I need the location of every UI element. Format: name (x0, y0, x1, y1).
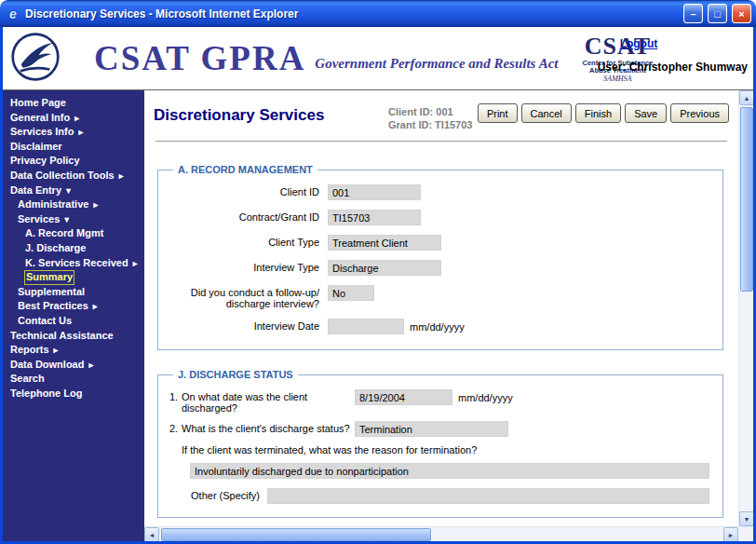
date-format-hint: mm/dd/yyyy (410, 319, 465, 333)
hhs-logo-icon (10, 32, 61, 86)
field-label: Interview Date (169, 319, 328, 332)
user-label: User: Christopher Shumway (598, 61, 748, 74)
field-row-followup-interview: Did you conduct a follow-up/ discharge i… (169, 285, 711, 309)
vertical-scroll-thumb[interactable] (740, 107, 753, 292)
minimize-button[interactable]: – (683, 4, 703, 23)
section-a-legend: A. RECORD MANAGEMENT (173, 164, 317, 175)
horizontal-scroll-track[interactable] (159, 527, 723, 541)
submenu-arrow-icon: ► (91, 200, 100, 210)
sidebar-item-telephone-log[interactable]: Telephone Log (3, 388, 144, 402)
grant-id-text: Grant ID: TI15703 (388, 118, 472, 131)
sidebar-item-data-download[interactable]: Data Download► (3, 359, 144, 374)
vertical-scroll-track[interactable] (739, 105, 753, 511)
brand-tagline: Government Performance and Results Act (315, 56, 558, 72)
brand-title: CSAT GPRA (94, 41, 305, 76)
question-number: 1. (169, 389, 182, 402)
window-title: Discretionary Services - Microsoft Inter… (25, 7, 679, 20)
sidebar-item-best-practices[interactable]: Best Practices► (3, 300, 144, 315)
logout-link[interactable]: Logout (620, 37, 658, 50)
section-j-legend: J. DISCHARGE STATUS (173, 369, 298, 380)
horizontal-scroll-thumb[interactable] (161, 528, 431, 541)
other-specify-row: Other (Specify) (182, 488, 709, 504)
csat-logo-samhsa: SAMHSA (582, 75, 653, 83)
section-discharge-status: J. DISCHARGE STATUS 1. On what date was … (157, 369, 723, 518)
window-titlebar[interactable]: e Discretionary Services - Microsoft Int… (0, 0, 756, 27)
interview-date-field (328, 319, 404, 334)
sidebar-item-discharge[interactable]: J. Discharge (3, 242, 144, 257)
other-specify-label: Other (Specify) (182, 488, 267, 504)
submenu-arrow-icon: ► (91, 302, 100, 311)
horizontal-scrollbar[interactable]: ◄ ► (144, 526, 753, 541)
client-type-field: Treatment Client (328, 235, 441, 251)
app-header: CSAT GPRA Government Performance and Res… (3, 27, 753, 90)
page-head: Discretionary Services Client ID: 001 Gr… (154, 102, 729, 131)
finish-button[interactable]: Finish (575, 103, 621, 123)
scroll-up-button[interactable]: ▲ (739, 90, 754, 105)
header-user-block: Logout User: Christopher Shumway (598, 34, 748, 74)
discharge-date-field: 8/19/2004 (355, 389, 452, 405)
submenu-open-arrow-icon: ▼ (64, 186, 73, 196)
date-format-hint: mm/dd/yyyy (458, 389, 513, 403)
sidebar-item-contact-us[interactable]: Contact Us (3, 315, 144, 330)
client-id-text: Client ID: 001 (388, 105, 472, 118)
sidebar-item-administrative[interactable]: Administrative► (3, 198, 144, 213)
sidebar-item-summary[interactable]: Summary (3, 271, 144, 286)
sidebar-nav: Home Page General Info► Services Info► D… (3, 90, 144, 541)
submenu-arrow-icon: ► (73, 114, 81, 123)
sidebar-item-services-info[interactable]: Services Info► (3, 126, 144, 141)
internet-explorer-icon: e (6, 7, 20, 21)
submenu-arrow-icon: ► (131, 259, 140, 268)
sidebar-item-privacy-policy[interactable]: Privacy Policy (3, 155, 144, 170)
question-discharge-status: 2. What is the client's discharge status… (169, 421, 711, 437)
client-id-field: 001 (328, 184, 421, 200)
sidebar-item-technical-assistance[interactable]: Technical Assistance (3, 330, 144, 345)
main-content: Discretionary Services Client ID: 001 Gr… (144, 90, 738, 526)
field-label: Did you conduct a follow-up/ discharge i… (169, 285, 328, 309)
sidebar-item-disclaimer[interactable]: Disclaimer (3, 141, 144, 156)
scroll-left-button[interactable]: ◄ (144, 527, 159, 542)
question-number: 2. (169, 421, 182, 434)
sidebar-item-services[interactable]: Services▼ (3, 213, 144, 228)
contract-grant-id-field: TI15703 (328, 210, 421, 225)
field-row-contract-grant-id: Contract/Grant ID TI15703 (169, 210, 711, 225)
sidebar-item-record-mgmt[interactable]: A. Record Mgmt (3, 227, 144, 242)
discharge-status-field: Termination (355, 421, 508, 437)
termination-reason-prompt: If the client was terminated, what was t… (182, 444, 711, 456)
field-row-interview-date: Interview Date mm/dd/yyyy (169, 319, 711, 334)
sidebar-item-data-entry[interactable]: Data Entry▼ (3, 184, 144, 199)
sidebar-item-data-collection-tools[interactable]: Data Collection Tools► (3, 170, 144, 184)
brand-block: CSAT GPRA Government Performance and Res… (94, 41, 558, 76)
question-text: On what date was the client discharged? (182, 389, 355, 414)
head-divider (155, 141, 727, 142)
close-button[interactable]: × (732, 4, 751, 23)
print-button[interactable]: Print (478, 103, 518, 123)
scroll-right-button[interactable]: ► (723, 527, 738, 542)
question-text: What is the client's discharge status? (182, 421, 355, 434)
section-record-management: A. RECORD MANAGEMENT Client ID 001 Contr… (157, 164, 723, 350)
submenu-open-arrow-icon: ▼ (62, 215, 71, 224)
previous-button[interactable]: Previous (670, 103, 729, 123)
field-row-interview-type: Interview Type Discharge (169, 260, 711, 276)
page-title: Discretionary Services (154, 102, 388, 125)
browser-window: e Discretionary Services - Microsoft Int… (0, 0, 756, 544)
sidebar-item-reports[interactable]: Reports► (3, 344, 144, 359)
field-label: Contract/Grant ID (169, 210, 328, 223)
sidebar-item-services-received[interactable]: K. Services Received► (3, 257, 144, 272)
field-row-client-type: Client Type Treatment Client (169, 235, 711, 251)
sidebar-item-search[interactable]: Search (3, 373, 144, 388)
client-grant-ids: Client ID: 001 Grant ID: TI15703 (388, 102, 472, 131)
sidebar-item-general-info[interactable]: General Info► (3, 112, 144, 127)
cancel-button[interactable]: Cancel (521, 103, 572, 123)
save-button[interactable]: Save (625, 103, 667, 123)
field-label: Client Type (169, 235, 328, 248)
question-discharge-date: 1. On what date was the client discharge… (169, 389, 711, 414)
sidebar-item-supplemental[interactable]: Supplemental (3, 286, 144, 301)
field-label: Client ID (169, 184, 328, 197)
submenu-arrow-icon: ► (87, 360, 95, 370)
other-specify-field (267, 488, 709, 504)
submenu-arrow-icon: ► (76, 128, 85, 137)
maximize-button[interactable]: □ (708, 4, 727, 23)
sidebar-item-home-page[interactable]: Home Page (3, 97, 144, 112)
scroll-down-button[interactable]: ▼ (739, 511, 754, 526)
vertical-scrollbar[interactable]: ▲ ▼ (738, 90, 753, 526)
